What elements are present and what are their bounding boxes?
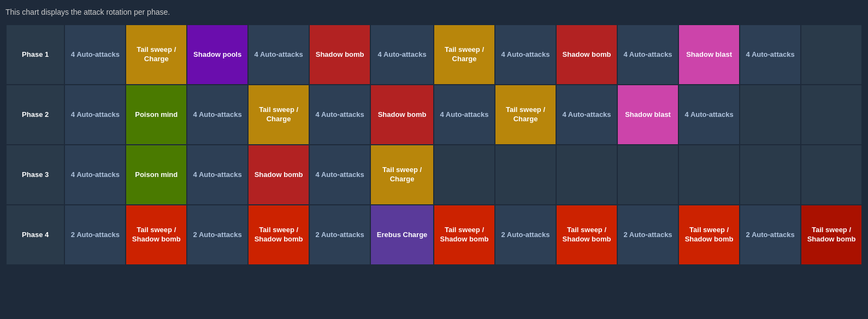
- phase-4-cell-6: Erebus Charge: [370, 205, 434, 265]
- phase-3-cell-8: [495, 145, 556, 205]
- phase-2-cell-3: 4 Auto-attacks: [187, 85, 248, 145]
- phase-label-4: Phase 4: [6, 205, 64, 265]
- phase-4-cell-7: Tail sweep /Shadow bomb: [434, 205, 495, 265]
- phase-1-cell-11: Shadow blast: [678, 25, 740, 85]
- phase-3-cell-12: [740, 145, 801, 205]
- phase-1-cell-13: [801, 25, 862, 85]
- phase-4-cell-9: Tail sweep /Shadow bomb: [556, 205, 617, 265]
- phase-2-cell-9: 4 Auto-attacks: [556, 85, 617, 145]
- phase-4-cell-10: 2 Auto-attacks: [617, 205, 678, 265]
- phase-1-cell-9: Shadow bomb: [556, 25, 617, 85]
- phase-3-cell-7: [434, 145, 495, 205]
- phase-3-cell-3: 4 Auto-attacks: [187, 145, 248, 205]
- phase-label-3: Phase 3: [6, 145, 64, 205]
- phase-4-cell-11: Tail sweep /Shadow bomb: [678, 205, 740, 265]
- phase-2-cell-5: 4 Auto-attacks: [309, 85, 370, 145]
- phase-2-cell-1: 4 Auto-attacks: [64, 85, 126, 145]
- phase-1-cell-2: Tail sweep /Charge: [126, 25, 187, 85]
- phase-3-cell-10: [617, 145, 678, 205]
- chart-description: This chart displays the attack rotation …: [5, 5, 863, 19]
- phase-1-cell-7: Tail sweep /Charge: [434, 25, 495, 85]
- phase-1-cell-8: 4 Auto-attacks: [495, 25, 556, 85]
- phase-3-cell-13: [801, 145, 862, 205]
- phase-2-cell-6: Shadow bomb: [370, 85, 434, 145]
- phase-1-cell-10: 4 Auto-attacks: [617, 25, 678, 85]
- phase-2-cell-13: [801, 85, 862, 145]
- phase-3-cell-5: 4 Auto-attacks: [309, 145, 370, 205]
- phase-2-cell-7: 4 Auto-attacks: [434, 85, 495, 145]
- phase-2-cell-2: Poison mind: [126, 85, 187, 145]
- phase-label-2: Phase 2: [6, 85, 64, 145]
- phase-2-cell-8: Tail sweep /Charge: [495, 85, 556, 145]
- phase-2-cell-4: Tail sweep /Charge: [248, 85, 309, 145]
- phase-3-cell-11: [678, 145, 740, 205]
- phase-2-cell-10: Shadow blast: [617, 85, 678, 145]
- phase-4-cell-3: 2 Auto-attacks: [187, 205, 248, 265]
- phase-4-cell-1: 2 Auto-attacks: [64, 205, 126, 265]
- attack-rotation-chart: Phase 14 Auto-attacksTail sweep /ChargeS…: [5, 24, 863, 265]
- phase-1-cell-6: 4 Auto-attacks: [370, 25, 434, 85]
- phase-3-cell-1: 4 Auto-attacks: [64, 145, 126, 205]
- phase-3-cell-4: Shadow bomb: [248, 145, 309, 205]
- phase-1-cell-5: Shadow bomb: [309, 25, 370, 85]
- phase-4-cell-4: Tail sweep /Shadow bomb: [248, 205, 309, 265]
- phase-4-cell-8: 2 Auto-attacks: [495, 205, 556, 265]
- phase-3-cell-6: Tail sweep /Charge: [370, 145, 434, 205]
- phase-1-cell-4: 4 Auto-attacks: [248, 25, 309, 85]
- phase-1-cell-1: 4 Auto-attacks: [64, 25, 126, 85]
- phase-4-cell-13: Tail sweep /Shadow bomb: [801, 205, 862, 265]
- phase-2-cell-12: [740, 85, 801, 145]
- phase-1-cell-12: 4 Auto-attacks: [740, 25, 801, 85]
- phase-3-cell-9: [556, 145, 617, 205]
- phase-label-1: Phase 1: [6, 25, 64, 85]
- phase-1-cell-3: Shadow pools: [187, 25, 248, 85]
- phase-2-cell-11: 4 Auto-attacks: [678, 85, 740, 145]
- phase-4-cell-12: 2 Auto-attacks: [740, 205, 801, 265]
- phase-4-cell-2: Tail sweep /Shadow bomb: [126, 205, 187, 265]
- phase-3-cell-2: Poison mind: [126, 145, 187, 205]
- phase-4-cell-5: 2 Auto-attacks: [309, 205, 370, 265]
